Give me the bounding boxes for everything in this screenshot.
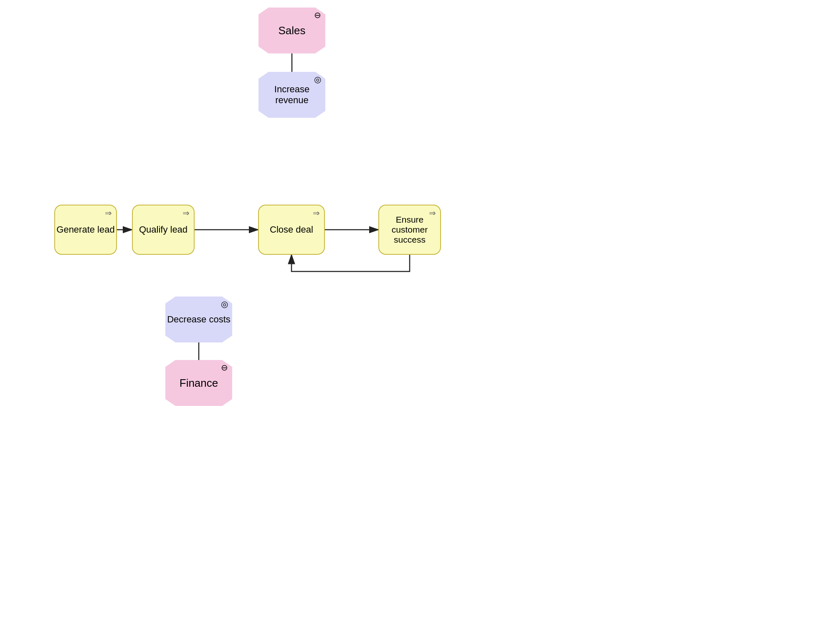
node-finance[interactable]: ⊖ Finance xyxy=(165,360,232,406)
node-qualify-lead[interactable]: ⇒ Qualify lead xyxy=(132,205,195,255)
arrow-right-icon-close: ⇒ xyxy=(313,209,320,217)
target-icon-revenue: ◎ xyxy=(314,75,321,84)
node-ensure-customer-success-label: Ensure customer success xyxy=(379,215,440,245)
connections-layer xyxy=(0,0,816,644)
arrow-right-icon-ensure: ⇒ xyxy=(429,209,436,217)
node-generate-lead[interactable]: ⇒ Generate lead xyxy=(54,205,117,255)
arrow-right-icon-qualify: ⇒ xyxy=(182,209,190,217)
node-decrease-costs[interactable]: ◎ Decrease costs xyxy=(165,297,232,342)
target-icon-costs: ◎ xyxy=(221,300,228,308)
node-qualify-lead-label: Qualify lead xyxy=(139,224,188,235)
node-sales-label: Sales xyxy=(278,24,305,37)
diagram-canvas: ⊖ Sales ◎ Increase revenue ⇒ Generate le… xyxy=(0,0,816,644)
node-sales[interactable]: ⊖ Sales xyxy=(258,8,325,53)
toggle-icon: ⊖ xyxy=(314,11,321,19)
arrow-right-icon-generate: ⇒ xyxy=(105,209,112,217)
node-close-deal[interactable]: ⇒ Close deal xyxy=(258,205,325,255)
node-generate-lead-label: Generate lead xyxy=(56,224,114,235)
node-ensure-customer-success[interactable]: ⇒ Ensure customer success xyxy=(378,205,441,255)
node-finance-label: Finance xyxy=(180,377,218,390)
node-close-deal-label: Close deal xyxy=(270,224,313,235)
node-decrease-costs-label: Decrease costs xyxy=(167,314,231,325)
node-increase-revenue-label: Increase revenue xyxy=(258,84,325,106)
node-increase-revenue[interactable]: ◎ Increase revenue xyxy=(258,72,325,118)
toggle-icon-finance: ⊖ xyxy=(221,363,228,372)
